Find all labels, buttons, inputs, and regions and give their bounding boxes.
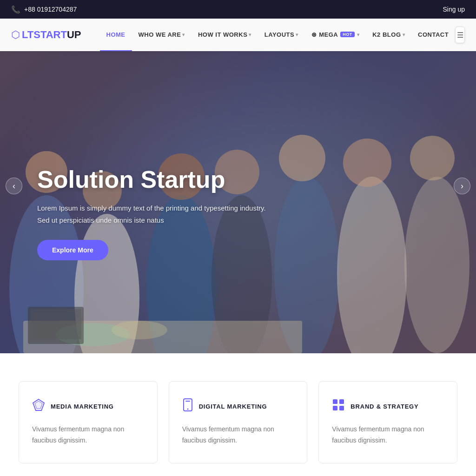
card-title-media: MEDIA MARKETING <box>51 403 114 410</box>
nav-contact[interactable]: CONTACT <box>411 19 455 51</box>
menu-button[interactable]: ☰ <box>455 26 465 43</box>
chevron-down-icon: ▾ <box>296 32 298 37</box>
card-header-media: MEDIA MARKETING <box>32 398 144 415</box>
hero-section: Solution Startup Lorem Ipsum is simply d… <box>0 19 476 353</box>
card-media-marketing: MEDIA MARKETING Vivamus fermentum magna … <box>19 381 158 463</box>
svg-rect-27 <box>339 399 344 404</box>
diamond-icon <box>32 398 45 415</box>
hero-content: Solution Startup Lorem Ipsum is simply d… <box>37 166 266 260</box>
signup-link[interactable]: Sing up <box>443 6 465 13</box>
hero-next-button[interactable]: › <box>454 178 470 194</box>
logo-up: UP <box>67 29 81 41</box>
card-text-digital: Vivamus fermentum magna non faucibus dig… <box>182 424 294 446</box>
logo-start: START <box>33 29 67 41</box>
nav-layouts[interactable]: LAYOUTS ▾ <box>258 19 305 51</box>
svg-rect-26 <box>333 399 337 404</box>
nav-mega[interactable]: ⊛ MEGA HOT ▾ <box>305 19 366 51</box>
svg-rect-25 <box>185 401 190 402</box>
chevron-down-icon: ▾ <box>403 32 405 37</box>
hero-subtitle: Lorem Ipsum is simply dummy text of the … <box>37 202 266 226</box>
logo[interactable]: ⬡ LT START UP <box>11 29 81 41</box>
card-header-brand: BRAND & STRATEGY <box>332 398 444 415</box>
card-digital-marketing: DIGITAL MARKETING Vivamus fermentum magn… <box>169 381 308 463</box>
nav-how-it-works[interactable]: HOW IT WORKS ▾ <box>192 19 258 51</box>
card-brand-strategy: BRAND & STRATEGY Vivamus fermentum magna… <box>318 381 457 463</box>
phone-info: 📞 +88 01912704287 <box>11 5 77 14</box>
phone-icon: 📞 <box>11 5 20 14</box>
navbar: ⬡ LT START UP HOME WHO WE ARE ▾ HOW IT W… <box>0 19 476 51</box>
arrow-left-icon: ‹ <box>13 181 15 191</box>
card-header-digital: DIGITAL MARKETING <box>182 398 294 415</box>
mega-icon: ⊛ <box>311 31 317 38</box>
hero-prev-button[interactable]: ‹ <box>6 178 22 194</box>
cards-section: MEDIA MARKETING Vivamus fermentum magna … <box>0 353 476 476</box>
arrow-right-icon: › <box>461 181 463 191</box>
grid-icon <box>332 398 345 415</box>
svg-marker-22 <box>35 401 42 409</box>
logo-icon: ⬡ <box>11 29 20 41</box>
svg-rect-28 <box>333 406 337 410</box>
chevron-down-icon: ▾ <box>182 32 185 37</box>
cards-grid: MEDIA MARKETING Vivamus fermentum magna … <box>19 381 457 463</box>
card-title-digital: DIGITAL MARKETING <box>199 403 267 410</box>
card-title-brand: BRAND & STRATEGY <box>350 403 418 410</box>
top-bar: 📞 +88 01912704287 Sing up <box>0 0 476 19</box>
card-text-brand: Vivamus fermentum magna non faucibus dig… <box>332 424 444 446</box>
mobile-icon <box>182 398 193 415</box>
hamburger-icon: ☰ <box>457 31 463 40</box>
hot-badge: HOT <box>340 32 355 37</box>
nav-who-we-are[interactable]: WHO WE ARE ▾ <box>132 19 192 51</box>
nav-k2-blog[interactable]: K2 BLOG ▾ <box>366 19 411 51</box>
svg-rect-29 <box>339 406 344 410</box>
nav-home[interactable]: HOME <box>100 19 132 51</box>
chevron-down-icon: ▾ <box>357 32 360 37</box>
chevron-down-icon: ▾ <box>249 32 251 37</box>
explore-button[interactable]: Explore More <box>37 240 108 260</box>
card-text-media: Vivamus fermentum magna non faucibus dig… <box>32 424 144 446</box>
hero-title: Solution Startup <box>37 166 266 193</box>
logo-lt: LT <box>22 29 33 41</box>
svg-point-24 <box>187 409 188 410</box>
main-nav: HOME WHO WE ARE ▾ HOW IT WORKS ▾ LAYOUTS… <box>100 19 456 51</box>
phone-number: +88 01912704287 <box>24 6 77 13</box>
